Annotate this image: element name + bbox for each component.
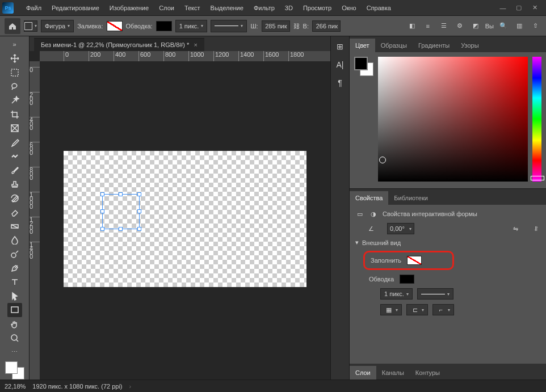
share-icon[interactable]: ⇧ bbox=[529, 20, 541, 32]
flip-h-icon[interactable]: ⇋ bbox=[511, 224, 520, 233]
tab-color[interactable]: Цвет bbox=[350, 39, 375, 52]
wand-tool[interactable] bbox=[7, 94, 22, 108]
flip-v-icon[interactable]: ⥯ bbox=[531, 224, 540, 233]
tab-libraries[interactable]: Библиотеки bbox=[388, 191, 434, 205]
edit-toolbar-icon[interactable]: ⋯ bbox=[7, 345, 22, 359]
menu-filter[interactable]: Фильтр bbox=[249, 2, 279, 14]
tab-patterns[interactable]: Узоры bbox=[455, 39, 484, 52]
link-wh-icon[interactable]: ⛓ bbox=[293, 23, 300, 29]
status-docinfo[interactable]: 1920 пикс. x 1080 пикс. (72 ppi) bbox=[32, 383, 122, 390]
gradient-tool[interactable] bbox=[7, 219, 22, 233]
shape-selection[interactable] bbox=[102, 194, 140, 229]
collapse-toolbox-icon[interactable]: » bbox=[7, 37, 22, 52]
stroke-corners-dropdown[interactable]: ⌐▾ bbox=[432, 304, 454, 315]
pen-tool[interactable] bbox=[7, 261, 22, 275]
search-icon[interactable]: 🔍 bbox=[497, 20, 510, 32]
tab-swatches[interactable]: Образцы bbox=[375, 39, 413, 52]
menu-image[interactable]: Изображение bbox=[105, 2, 153, 14]
marquee-tool[interactable] bbox=[7, 65, 22, 79]
home-button[interactable] bbox=[5, 18, 20, 34]
path-arrange-icon[interactable]: ☰ bbox=[438, 20, 450, 32]
handle-l[interactable] bbox=[100, 209, 104, 213]
tab-channels[interactable]: Каналы bbox=[376, 366, 410, 380]
eyedropper-tool[interactable] bbox=[7, 135, 22, 149]
menu-window[interactable]: Окно bbox=[337, 2, 361, 14]
move-tool[interactable] bbox=[7, 52, 22, 66]
tab-layers[interactable]: Слои bbox=[350, 366, 376, 380]
hue-slider[interactable] bbox=[532, 57, 541, 182]
tab-properties[interactable]: Свойства bbox=[350, 191, 388, 205]
zoom-tool[interactable] bbox=[7, 331, 22, 345]
shape-mode-dropdown[interactable]: Фигура▾ bbox=[41, 20, 74, 32]
collapsed-panel-icon-2[interactable]: A| bbox=[334, 59, 346, 70]
blur-tool[interactable] bbox=[7, 233, 22, 247]
handle-tl[interactable] bbox=[100, 192, 104, 196]
stroke-swatch[interactable] bbox=[156, 21, 172, 31]
panel-fg-swatch[interactable] bbox=[354, 57, 368, 70]
crop-tool[interactable] bbox=[7, 107, 22, 121]
stroke-width-dropdown[interactable]: 1 пикс.▾ bbox=[175, 20, 208, 32]
handle-b[interactable] bbox=[119, 227, 123, 231]
handle-bl[interactable] bbox=[100, 227, 104, 231]
path-operations-icon[interactable]: ◧ bbox=[406, 20, 418, 32]
handle-t[interactable] bbox=[119, 192, 123, 196]
brush-tool[interactable] bbox=[7, 163, 22, 178]
maximize-button[interactable]: ▢ bbox=[514, 3, 523, 12]
color-controls[interactable] bbox=[5, 361, 24, 380]
path-align-icon[interactable]: ≡ bbox=[422, 20, 434, 32]
eraser-tool[interactable] bbox=[7, 205, 22, 220]
fill-swatch-props[interactable] bbox=[407, 256, 422, 265]
hand-tool[interactable] bbox=[7, 317, 22, 331]
menu-help[interactable]: Справка bbox=[362, 2, 396, 14]
collapsed-panel-icon-1[interactable]: ⊞ bbox=[334, 41, 346, 52]
height-input[interactable]: 266 пик bbox=[312, 20, 341, 32]
close-button[interactable]: ✕ bbox=[530, 3, 539, 12]
status-zoom[interactable]: 22,18% bbox=[5, 383, 26, 390]
history-brush-tool[interactable] bbox=[7, 191, 22, 205]
document-tab[interactable]: Без имени-1 @ 22,2% (Прямоугольник 1, RG… bbox=[34, 38, 204, 51]
tool-preset-picker[interactable]: ▾ bbox=[24, 20, 37, 32]
menu-3d[interactable]: 3D bbox=[280, 2, 297, 14]
menu-edit[interactable]: Редактирование bbox=[47, 2, 104, 14]
dodge-tool[interactable] bbox=[7, 247, 22, 262]
canvas-viewport[interactable] bbox=[40, 61, 330, 380]
handle-tr[interactable] bbox=[137, 192, 141, 196]
menu-file[interactable]: Файл bbox=[22, 2, 46, 14]
handle-br[interactable] bbox=[137, 227, 141, 231]
stroke-style-dropdown[interactable]: ▾ bbox=[211, 20, 247, 32]
tab-paths[interactable]: Контуры bbox=[410, 366, 446, 380]
extra-options-icon[interactable]: ◩ bbox=[469, 20, 482, 32]
stroke-swatch-props[interactable] bbox=[400, 275, 414, 284]
fill-swatch[interactable] bbox=[107, 21, 123, 31]
stamp-tool[interactable] bbox=[7, 177, 22, 191]
stroke-align-dropdown[interactable]: ▦▾ bbox=[380, 304, 402, 315]
workspace-icon[interactable]: ▥ bbox=[513, 20, 526, 32]
collapsed-panel-icon-3[interactable]: ¶ bbox=[334, 77, 346, 88]
path-select-tool[interactable] bbox=[7, 289, 22, 304]
color-field[interactable] bbox=[378, 57, 528, 182]
rectangle-tool[interactable] bbox=[7, 303, 22, 317]
handle-r[interactable] bbox=[137, 209, 141, 213]
tab-gradients[interactable]: Градиенты bbox=[413, 39, 455, 52]
menu-select[interactable]: Выделение bbox=[206, 2, 248, 14]
close-tab-icon[interactable]: × bbox=[194, 41, 197, 48]
width-input[interactable]: 285 пик bbox=[262, 20, 290, 32]
gear-icon[interactable]: ⚙ bbox=[453, 20, 466, 32]
menu-view[interactable]: Просмотр bbox=[299, 2, 336, 14]
artboard[interactable] bbox=[64, 151, 306, 287]
lasso-tool[interactable] bbox=[7, 79, 22, 94]
stroke-caps-dropdown[interactable]: ⊏▾ bbox=[406, 304, 428, 315]
stroke-size-dropdown[interactable]: 1 пикс.▾ bbox=[380, 288, 413, 300]
frame-tool[interactable] bbox=[7, 121, 22, 136]
angle-input[interactable]: 0,00°▾ bbox=[387, 223, 414, 234]
menu-type[interactable]: Текст bbox=[180, 2, 205, 14]
heal-tool[interactable] bbox=[7, 149, 22, 163]
stroke-style-dropdown-props[interactable]: ▾ bbox=[417, 288, 453, 300]
appearance-section[interactable]: ▾ Внешний вид bbox=[355, 239, 540, 246]
foreground-color-swatch[interactable] bbox=[5, 361, 18, 374]
minimize-button[interactable]: — bbox=[498, 3, 507, 12]
status-chevron-icon[interactable]: › bbox=[129, 383, 132, 390]
color-panel-swatches[interactable] bbox=[354, 57, 373, 76]
menu-layer[interactable]: Слои bbox=[154, 2, 179, 14]
type-tool[interactable] bbox=[7, 275, 22, 289]
